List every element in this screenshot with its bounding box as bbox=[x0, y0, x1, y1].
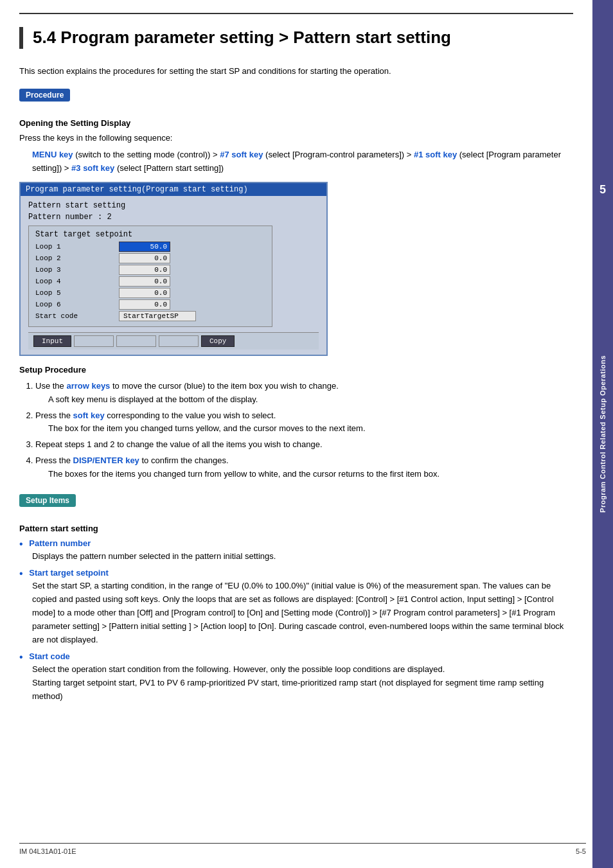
key-sequence-text: MENU key (switch to the setting mode (co… bbox=[32, 148, 573, 175]
pattern-number-body: Displays the pattern number selected in … bbox=[32, 550, 573, 563]
page-footer: IM 04L31A01-01E 5-5 bbox=[19, 843, 586, 855]
procedure-badge: Procedure bbox=[19, 89, 70, 102]
screen-loop-5-label: Loop 5 bbox=[35, 289, 119, 297]
screen-loop-2-value: 0.0 bbox=[119, 253, 170, 263]
setup-step-1: Use the arrow keys to move the cursor (b… bbox=[35, 380, 573, 407]
soft-key-1: #1 soft key bbox=[414, 150, 457, 159]
screen-loop-5-row: Loop 5 0.0 bbox=[35, 288, 265, 298]
start-code-body2: Starting target setpoint start, PV1 to P… bbox=[32, 677, 573, 704]
setup-steps-list: Use the arrow keys to move the cursor (b… bbox=[35, 380, 573, 481]
top-divider bbox=[19, 13, 573, 14]
page-title: 5.4 Program parameter setting > Pattern … bbox=[33, 27, 573, 49]
opening-display-title: Opening the Setting Display bbox=[19, 118, 573, 128]
screen-loop-4-row: Loop 4 0.0 bbox=[35, 276, 265, 287]
screen-loop-4-label: Loop 4 bbox=[35, 278, 119, 285]
screen-simulation: Program parameter setting(Program start … bbox=[19, 182, 328, 356]
section-header: 5.4 Program parameter setting > Pattern … bbox=[19, 27, 573, 49]
copy-button[interactable]: Copy bbox=[201, 335, 235, 347]
soft-key-3: #3 soft key bbox=[71, 163, 114, 173]
key-seq-text2: (select [Program-control parameters]) > bbox=[265, 150, 414, 159]
screen-titlebar: Program parameter setting(Program start … bbox=[21, 183, 326, 196]
start-target-setpoint-item: • Start target setpoint Set the start SP… bbox=[19, 568, 573, 646]
arrow-keys-ref: arrow keys bbox=[66, 381, 110, 391]
start-target-setpoint-body: Set the start SP, a starting condition, … bbox=[32, 580, 573, 646]
setup-procedure-title: Setup Procedure bbox=[19, 365, 573, 375]
pattern-start-setting-title: Pattern start setting bbox=[19, 524, 573, 533]
sidebar-label: Program Control Related Setup Operations bbox=[599, 355, 607, 513]
disp-enter-key-ref: DISP/ENTER key bbox=[73, 456, 139, 465]
screen-loop-6-value: 0.0 bbox=[119, 299, 170, 310]
step-4-sub: The boxes for the items you changed turn… bbox=[48, 469, 440, 479]
screen-loop-1-row: Loop 1 50.0 bbox=[35, 242, 265, 252]
pattern-number-item: • Pattern number Displays the pattern nu… bbox=[19, 538, 573, 563]
screen-pattern-number: Pattern number : 2 bbox=[28, 213, 319, 222]
step-1-sub: A soft key menu is displayed at the bott… bbox=[48, 394, 258, 404]
start-target-setpoint-title: Start target setpoint bbox=[29, 569, 109, 578]
right-sidebar: 5 Program Control Related Setup Operatio… bbox=[592, 0, 613, 868]
screen-loop-2-label: Loop 2 bbox=[35, 254, 119, 262]
screen-loop-5-value: 0.0 bbox=[119, 288, 170, 298]
screen-loop-3-value: 0.0 bbox=[119, 265, 170, 275]
screen-footer: Input Copy bbox=[28, 332, 319, 350]
soft-key-ref: soft key bbox=[73, 411, 105, 420]
screen-loop-2-row: Loop 2 0.0 bbox=[35, 253, 265, 263]
input-button[interactable]: Input bbox=[33, 335, 71, 347]
bullet-dot-3: • bbox=[19, 651, 23, 662]
step-2-sub: The box for the item you changed turns y… bbox=[48, 423, 366, 433]
start-code-title: Start code bbox=[29, 652, 70, 662]
screen-start-code-value: StartTargetSP bbox=[119, 311, 196, 321]
setup-items-badge: Setup Items bbox=[19, 494, 76, 507]
screen-start-code-row: Start code StartTargetSP bbox=[35, 311, 265, 321]
screen-loop-6-row: Loop 6 0.0 bbox=[35, 299, 265, 310]
screen-btn-empty-2 bbox=[116, 335, 156, 347]
setup-step-4: Press the DISP/ENTER key to confirm the … bbox=[35, 454, 573, 481]
soft-key-7: #7 soft key bbox=[220, 150, 263, 159]
screen-btn-empty-1 bbox=[74, 335, 114, 347]
screen-section-title: Pattern start setting bbox=[28, 201, 319, 210]
page-container: 5 Program Control Related Setup Operatio… bbox=[0, 0, 613, 868]
screen-loop-1-value: 50.0 bbox=[119, 242, 170, 252]
key-seq-text4: (select [Pattern start setting]) bbox=[117, 163, 224, 173]
opening-instruction: Press the keys in the following sequence… bbox=[19, 132, 573, 145]
sidebar-number: 5 bbox=[592, 180, 613, 200]
setup-step-2: Press the soft key corresponding to the … bbox=[35, 409, 573, 436]
bullet-dot-1: • bbox=[19, 538, 23, 549]
screen-loop-6-label: Loop 6 bbox=[35, 301, 119, 308]
start-code-body1: Select the operation start condition fro… bbox=[32, 663, 573, 677]
setup-step-3: Repeat steps 1 and 2 to change the value… bbox=[35, 438, 573, 452]
screen-start-target-label: Start target setpoint bbox=[35, 230, 265, 239]
footer-left: IM 04L31A01-01E bbox=[19, 847, 76, 855]
start-code-item: • Start code Select the operation start … bbox=[19, 651, 573, 703]
menu-key: MENU key bbox=[32, 150, 73, 159]
main-content: 5.4 Program parameter setting > Pattern … bbox=[0, 0, 592, 728]
screen-table: Start target setpoint Loop 1 50.0 Loop 2… bbox=[28, 226, 272, 327]
pattern-number-title: Pattern number bbox=[29, 538, 91, 548]
screen-loop-3-label: Loop 3 bbox=[35, 266, 119, 274]
footer-right: 5-5 bbox=[576, 847, 586, 855]
screen-start-code-label: Start code bbox=[35, 312, 119, 320]
screen-loop-4-value: 0.0 bbox=[119, 276, 170, 287]
screen-content: Pattern start setting Pattern number : 2… bbox=[21, 196, 326, 355]
screen-btn-empty-3 bbox=[159, 335, 199, 347]
screen-loop-3-row: Loop 3 0.0 bbox=[35, 265, 265, 275]
bullet-dot-2: • bbox=[19, 568, 23, 579]
intro-text: This section explains the procedures for… bbox=[19, 65, 573, 78]
key-seq-text1: (switch to the setting mode (control)) > bbox=[75, 150, 220, 159]
screen-loop-1-label: Loop 1 bbox=[35, 243, 119, 251]
